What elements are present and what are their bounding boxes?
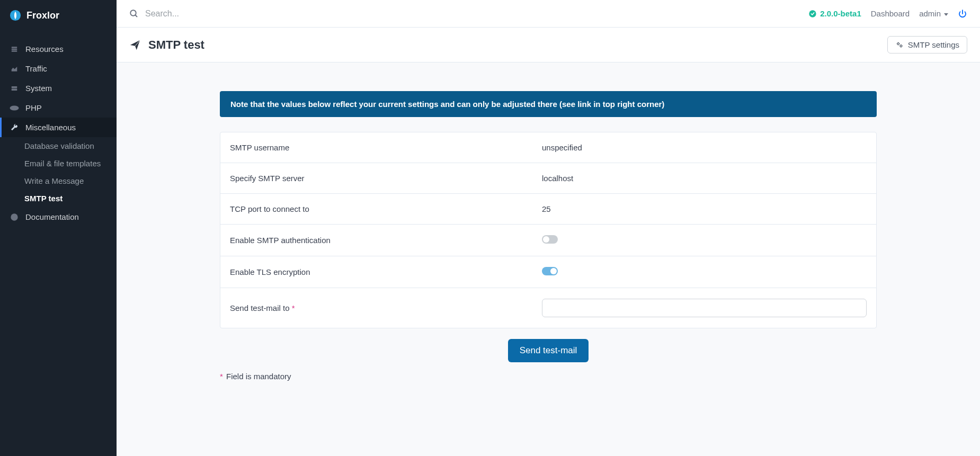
mandatory-note: * Field is mandatory xyxy=(220,372,877,381)
label-smtp-server: Specify SMTP server xyxy=(230,174,542,183)
sidebar-item-traffic[interactable]: Traffic xyxy=(0,59,117,78)
layers-icon xyxy=(10,46,19,53)
page-head: SMTP test SMTP settings xyxy=(117,28,980,62)
row-smtp-server: Specify SMTP server localhost xyxy=(220,163,876,194)
sidebar-item-miscellaneous[interactable]: Miscellaneous xyxy=(0,118,117,137)
row-tls: Enable TLS encryption xyxy=(220,256,876,288)
row-testmail: Send test-mail to * xyxy=(220,288,876,328)
mandatory-text: Field is mandatory xyxy=(224,372,291,381)
brand[interactable]: Froxlor xyxy=(0,0,117,31)
sidebar-item-label: Miscellaneous xyxy=(25,123,76,132)
sidebar-item-system[interactable]: System xyxy=(0,78,117,98)
value-smtp-server: localhost xyxy=(542,174,867,183)
sidebar-subitem-write-a-message[interactable]: Write a Message xyxy=(0,172,117,190)
page-title-text: SMTP test xyxy=(148,38,204,52)
version-text: 2.0.0-beta1 xyxy=(820,9,861,18)
server-icon xyxy=(10,85,19,92)
row-smtp-username: SMTP username unspecified xyxy=(220,132,876,163)
topbar: 2.0.0-beta1 Dashboard admin xyxy=(117,0,980,28)
sidebar-item-documentation[interactable]: Documentation xyxy=(0,207,117,227)
chart-area-icon xyxy=(10,65,19,73)
settings-card: SMTP username unspecified Specify SMTP s… xyxy=(220,132,877,328)
sidebar-subitem-smtp-test[interactable]: SMTP test xyxy=(0,190,117,207)
search-input[interactable] xyxy=(144,8,303,19)
row-smtp-auth: Enable SMTP authentication xyxy=(220,225,876,256)
label-testmail: Send test-mail to * xyxy=(230,303,542,312)
submit-row: Send test-mail xyxy=(220,339,877,362)
sidebar-subitem-email-file-templates[interactable]: Email & file templates xyxy=(0,155,117,172)
svg-point-11 xyxy=(897,42,899,44)
label-tcp-port: TCP port to connect to xyxy=(230,204,542,213)
search xyxy=(129,8,808,19)
sidebar-item-label: Documentation xyxy=(25,212,79,221)
label-smtp-auth: Enable SMTP authentication xyxy=(230,236,542,245)
brand-logo-icon xyxy=(10,10,21,21)
svg-line-9 xyxy=(135,15,137,17)
sidebar-item-php[interactable]: PHP xyxy=(0,98,117,118)
value-smtp-username: unspecified xyxy=(542,143,867,152)
sidebar-sub-miscellaneous: Database validation Email & file templat… xyxy=(0,137,117,207)
svg-rect-4 xyxy=(12,86,17,88)
sidebar-item-label: System xyxy=(25,84,52,93)
check-circle-icon xyxy=(808,10,817,18)
brand-name: Froxlor xyxy=(26,10,59,21)
cogs-icon xyxy=(895,41,904,49)
dashboard-link[interactable]: Dashboard xyxy=(871,9,910,18)
version-badge[interactable]: 2.0.0-beta1 xyxy=(808,9,861,18)
paper-plane-icon xyxy=(129,39,141,51)
sidebar-item-resources[interactable]: Resources xyxy=(0,39,117,59)
svg-point-7 xyxy=(11,213,17,220)
content: Note that the values below reflect your … xyxy=(209,62,887,402)
svg-rect-2 xyxy=(12,48,17,49)
info-icon xyxy=(10,213,19,221)
toggle-tls[interactable] xyxy=(542,267,558,275)
sidebar: Froxlor Resources Traffic System xyxy=(0,0,117,456)
search-icon xyxy=(129,9,139,19)
toggle-smtp-auth[interactable] xyxy=(542,235,558,244)
info-alert: Note that the values below reflect your … xyxy=(220,91,877,117)
required-mark: * xyxy=(292,303,295,312)
row-tcp-port: TCP port to connect to 25 xyxy=(220,194,876,225)
smtp-settings-button[interactable]: SMTP settings xyxy=(887,36,967,53)
sidebar-item-label: Resources xyxy=(25,44,64,53)
value-tcp-port: 25 xyxy=(542,204,867,213)
svg-rect-1 xyxy=(12,47,17,48)
svg-point-12 xyxy=(900,45,902,47)
mandatory-mark: * xyxy=(220,372,223,381)
svg-rect-3 xyxy=(12,50,17,51)
svg-point-8 xyxy=(130,10,136,16)
sidebar-nav: Resources Traffic System PHP xyxy=(0,31,117,227)
topbar-right: 2.0.0-beta1 Dashboard admin xyxy=(808,9,967,19)
label-testmail-text: Send test-mail to xyxy=(230,303,290,312)
smtp-settings-label: SMTP settings xyxy=(908,40,959,49)
svg-rect-5 xyxy=(12,88,17,91)
wrench-icon xyxy=(10,123,19,132)
label-tls: Enable TLS encryption xyxy=(230,267,542,276)
sidebar-subitem-database-validation[interactable]: Database validation xyxy=(0,137,117,155)
php-icon xyxy=(10,105,19,111)
send-test-mail-button[interactable]: Send test-mail xyxy=(508,339,589,362)
svg-point-6 xyxy=(10,105,19,110)
main: 2.0.0-beta1 Dashboard admin SMTP test xyxy=(117,0,980,456)
user-menu[interactable]: admin xyxy=(919,9,948,18)
power-icon[interactable] xyxy=(958,9,967,19)
sidebar-item-label: Traffic xyxy=(25,64,47,73)
label-smtp-username: SMTP username xyxy=(230,143,542,152)
sidebar-item-label: PHP xyxy=(25,103,42,112)
page-title: SMTP test xyxy=(129,38,204,52)
testmail-input[interactable] xyxy=(542,299,867,317)
